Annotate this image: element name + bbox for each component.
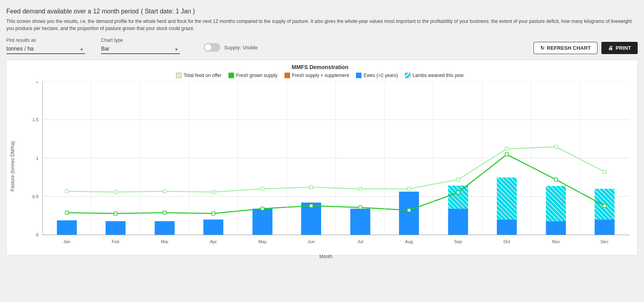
svg-rect-21	[457, 191, 460, 194]
chart-title: MMFS Demonstration	[7, 64, 633, 70]
print-button[interactable]: 🖨 PRINT	[601, 42, 638, 54]
legend-fresh-grown: Fresh grown supply	[228, 73, 277, 78]
legend-color-fresh-grown	[228, 73, 234, 78]
svg-rect-20	[407, 209, 410, 212]
chart-type-label: Chart type	[101, 38, 180, 43]
svg-text:Dec: Dec	[601, 239, 608, 244]
svg-text:Apr: Apr	[210, 239, 217, 244]
chart-svg: 0 0.5 1 1.5 2	[19, 81, 633, 251]
svg-rect-27	[163, 189, 166, 193]
bar-ewes-mar	[155, 221, 175, 235]
page-subtitle: This screen shows you the results, i.e. …	[6, 18, 638, 32]
bar-ewes-jan	[57, 220, 77, 235]
svg-text:1.5: 1.5	[32, 117, 38, 122]
svg-text:2: 2	[36, 81, 38, 84]
svg-rect-24	[603, 204, 606, 207]
plot-results-select[interactable]: tonnes / ha kg / ha	[6, 45, 85, 54]
svg-text:0.5: 0.5	[32, 194, 38, 199]
bar-ewes-may	[253, 209, 273, 235]
legend-color-total-feed	[176, 73, 182, 78]
bar-ewes-jul	[350, 209, 371, 235]
legend-color-lambs	[405, 73, 410, 78]
legend-color-fresh-supplement	[285, 73, 290, 78]
legend-fresh-supplement: Fresh supply + supplement	[285, 73, 349, 78]
svg-text:Nov: Nov	[552, 239, 560, 244]
svg-rect-30	[310, 186, 313, 189]
svg-rect-35	[554, 145, 558, 148]
svg-rect-22	[505, 153, 508, 156]
plot-results-label: Plot results as	[6, 38, 85, 43]
bar-ewes-oct	[497, 219, 517, 235]
bar-lambs-nov	[546, 186, 566, 221]
svg-rect-28	[212, 190, 215, 193]
chart-type-select[interactable]: Bar Line	[101, 45, 180, 54]
bar-ewes-sep	[448, 209, 468, 235]
bar-ewes-apr	[203, 219, 223, 235]
x-axis-label: Month	[19, 254, 633, 259]
chart-area: Pasture (tonnes DM/ha)	[7, 81, 633, 251]
chart-inner: 0 0.5 1 1.5 2	[19, 81, 633, 251]
svg-rect-17	[261, 207, 264, 210]
svg-rect-18	[310, 204, 313, 207]
y-axis-label: Pasture (tonnes DM/ha)	[7, 81, 19, 251]
svg-rect-16	[212, 212, 215, 215]
svg-rect-25	[65, 189, 68, 193]
svg-text:Jun: Jun	[308, 239, 315, 244]
svg-rect-23	[554, 178, 558, 181]
svg-text:Feb: Feb	[112, 239, 119, 244]
legend-ewes: Ewes (>2 years)	[356, 73, 398, 78]
svg-rect-26	[114, 190, 117, 193]
refresh-chart-button[interactable]: ↻ REFRESH CHART	[534, 42, 597, 54]
bar-ewes-nov	[546, 221, 566, 235]
svg-rect-32	[407, 187, 410, 190]
svg-rect-34	[505, 147, 508, 150]
svg-rect-33	[457, 178, 460, 181]
svg-text:Sep: Sep	[454, 239, 462, 244]
svg-text:Mar: Mar	[161, 239, 168, 244]
svg-rect-36	[603, 170, 606, 173]
print-icon: 🖨	[608, 45, 613, 51]
bar-lambs-oct	[497, 178, 517, 219]
svg-text:Jan: Jan	[63, 239, 70, 244]
bar-ewes-feb	[106, 221, 126, 235]
chart-type-control: Chart type Bar Line	[101, 38, 180, 54]
svg-text:Aug: Aug	[405, 239, 413, 244]
plot-results-control: Plot results as tonnes / ha kg / ha	[6, 38, 85, 54]
supply-toggle-group: Supply: Visible	[204, 43, 258, 52]
svg-rect-31	[359, 187, 362, 190]
svg-rect-13	[65, 211, 68, 214]
svg-text:0: 0	[36, 233, 38, 237]
supply-toggle-label: Supply: Visible	[224, 45, 258, 51]
svg-text:Jul: Jul	[358, 239, 363, 244]
svg-rect-19	[359, 206, 362, 209]
svg-rect-15	[163, 211, 166, 214]
chart-container: MMFS Demonstration Total feed on offer F…	[6, 60, 638, 255]
refresh-icon: ↻	[540, 45, 545, 51]
svg-rect-29	[261, 187, 264, 190]
svg-rect-14	[114, 212, 117, 215]
svg-text:Oct: Oct	[504, 239, 511, 244]
svg-text:1: 1	[36, 156, 38, 161]
bar-lambs-sep	[448, 186, 468, 208]
legend-lambs: Lambs weaned this year	[405, 73, 464, 78]
bar-ewes-aug	[399, 192, 419, 235]
bar-ewes-dec	[595, 219, 615, 235]
svg-text:May: May	[258, 239, 267, 244]
chart-legend: Total feed on offer Fresh grown supply F…	[7, 73, 633, 78]
legend-color-ewes	[356, 73, 361, 78]
legend-total-feed: Total feed on offer	[176, 73, 221, 78]
page-title: Feed demand available over a 12 month pe…	[6, 6, 638, 15]
supply-toggle[interactable]	[204, 43, 220, 52]
